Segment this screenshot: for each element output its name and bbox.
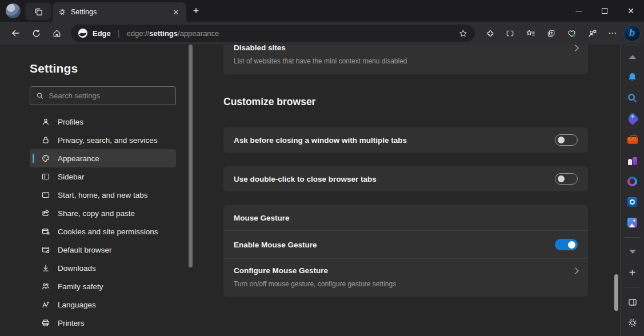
sidebar-item-sidebar[interactable]: Sidebar bbox=[30, 167, 176, 186]
rail-sidebar-panel-button[interactable] bbox=[624, 294, 641, 309]
rail-tools-button[interactable] bbox=[624, 132, 641, 147]
favorite-star-icon[interactable] bbox=[458, 29, 468, 38]
sidebar-item-appearance[interactable]: Appearance bbox=[30, 149, 176, 167]
edge-sidebar-rail: + bbox=[620, 45, 644, 336]
search-icon bbox=[36, 91, 44, 100]
scroll-up-icon bbox=[629, 55, 636, 59]
ask-before-closing-label: Ask before closing a window with multipl… bbox=[234, 136, 407, 145]
sidebar-item-family-safety[interactable]: Family safety bbox=[30, 277, 176, 295]
cookies-permissions-icon bbox=[41, 227, 50, 236]
profile-avatar[interactable] bbox=[6, 3, 21, 18]
sidebar-item-label: Default browser bbox=[58, 246, 112, 254]
chevron-right-icon bbox=[572, 267, 578, 274]
favorites-button[interactable] bbox=[521, 24, 540, 42]
rail-search-button[interactable] bbox=[624, 91, 641, 106]
minimize-button[interactable] bbox=[565, 0, 591, 22]
family-icon bbox=[41, 282, 50, 291]
sidebar-item-label: Privacy, search, and services bbox=[58, 136, 158, 145]
address-bar[interactable]: Edge | edge://settings/appearance bbox=[71, 25, 475, 42]
rail-scroll-up-button[interactable] bbox=[624, 49, 641, 64]
tab-close-icon[interactable]: ✕ bbox=[170, 6, 182, 18]
site-name-label: Edge bbox=[93, 29, 111, 38]
edge-logo-icon bbox=[78, 28, 88, 38]
collections-button[interactable] bbox=[541, 24, 561, 42]
rail-games-button[interactable] bbox=[624, 153, 641, 168]
browser-essentials-icon bbox=[567, 29, 577, 38]
split-screen-button[interactable] bbox=[500, 24, 519, 42]
default-browser-icon bbox=[41, 245, 50, 254]
rail-shopping-button[interactable] bbox=[624, 111, 641, 126]
sidebar-layout-icon bbox=[41, 172, 50, 181]
section-heading: Customize browser bbox=[223, 96, 593, 108]
rail-microsoft-365-button[interactable] bbox=[624, 174, 641, 189]
mouse-gesture-group: Mouse Gesture Enable Mouse Gesture Confi… bbox=[223, 205, 588, 297]
rail-divider bbox=[625, 237, 641, 238]
close-window-icon: ✕ bbox=[627, 7, 634, 15]
sidebar-scrollbar[interactable] bbox=[189, 45, 193, 267]
back-button[interactable] bbox=[6, 24, 25, 42]
sidebar-panel-icon bbox=[627, 297, 638, 307]
back-icon bbox=[10, 28, 21, 38]
copilot-icon: b bbox=[629, 27, 635, 39]
rail-divider bbox=[625, 287, 641, 287]
double-click-close-row: Use double-click to close browser tabs bbox=[223, 166, 588, 191]
close-window-button[interactable]: ✕ bbox=[618, 0, 644, 22]
maximize-button[interactable] bbox=[591, 0, 618, 22]
workspaces-icon bbox=[34, 7, 43, 17]
ask-before-closing-toggle[interactable] bbox=[555, 134, 578, 146]
rail-notifications-button[interactable] bbox=[624, 70, 641, 85]
notifications-bell-icon bbox=[627, 72, 638, 83]
games-chess-icon bbox=[627, 156, 638, 165]
refresh-button[interactable] bbox=[26, 24, 46, 42]
sidebar-item-downloads[interactable]: Downloads bbox=[30, 259, 176, 277]
tab-title: Settings bbox=[71, 8, 166, 16]
refresh-icon bbox=[31, 29, 41, 38]
sidebar-item-label: Appearance bbox=[58, 154, 99, 163]
address-divider: | bbox=[118, 29, 120, 38]
plus-icon: + bbox=[629, 266, 636, 279]
sidebar-item-profiles[interactable]: Profiles bbox=[30, 113, 176, 131]
rail-outlook-button[interactable] bbox=[624, 194, 641, 209]
home-button[interactable] bbox=[47, 24, 66, 42]
main-scrollbar[interactable] bbox=[614, 274, 618, 311]
sidebar-item-label: Profiles bbox=[58, 118, 83, 126]
search-settings-input[interactable] bbox=[49, 91, 170, 100]
minimize-icon bbox=[575, 11, 582, 11]
sidebar-item-start-home-tabs[interactable]: Start, home, and new tabs bbox=[30, 186, 176, 204]
search-settings-box[interactable] bbox=[30, 86, 176, 105]
copilot-button[interactable]: b bbox=[623, 25, 641, 42]
rail-settings-button[interactable] bbox=[624, 315, 641, 330]
outlook-icon bbox=[627, 197, 637, 207]
configure-mouse-gesture-row[interactable]: Configure Mouse Gesture Turn on/off mous… bbox=[223, 259, 588, 297]
disabled-sites-card[interactable]: Disabled sites List of websites that hav… bbox=[223, 45, 588, 74]
workspaces-button[interactable] bbox=[25, 3, 51, 20]
extensions-icon bbox=[485, 29, 494, 38]
scroll-down-icon bbox=[629, 250, 636, 254]
sidebar-item-languages[interactable]: Languages bbox=[30, 295, 176, 314]
microsoft-365-icon bbox=[627, 177, 637, 186]
double-click-close-toggle[interactable] bbox=[555, 173, 578, 185]
mouse-gesture-header-row: Mouse Gesture bbox=[223, 205, 588, 230]
sidebar-item-cookies-permissions[interactable]: Cookies and site permissions bbox=[30, 222, 176, 241]
toggle-knob bbox=[568, 241, 575, 249]
rail-add-button[interactable]: + bbox=[624, 265, 641, 280]
tab-settings[interactable]: Settings ✕ bbox=[53, 2, 186, 22]
enable-mouse-gesture-toggle[interactable] bbox=[555, 239, 578, 250]
shopping-tag-icon bbox=[626, 113, 639, 126]
sidebar-item-privacy[interactable]: Privacy, search, and services bbox=[30, 131, 176, 149]
extensions-button[interactable] bbox=[479, 24, 499, 42]
sidebar-item-default-browser[interactable]: Default browser bbox=[30, 241, 176, 259]
lock-icon bbox=[41, 135, 50, 145]
enable-mouse-gesture-label: Enable Mouse Gesture bbox=[234, 241, 317, 249]
more-menu-button[interactable] bbox=[603, 24, 622, 42]
new-tab-button[interactable]: + bbox=[186, 0, 206, 22]
sidebar-item-printers[interactable]: Printers bbox=[30, 314, 176, 332]
rail-image-creator-button[interactable] bbox=[624, 215, 641, 230]
favorites-icon bbox=[526, 29, 535, 38]
ask-before-closing-row: Ask before closing a window with multipl… bbox=[223, 127, 588, 153]
rail-scroll-down-button[interactable] bbox=[624, 245, 641, 259]
browser-essentials-button[interactable] bbox=[562, 24, 581, 42]
sidebar-item-share-copy-paste[interactable]: Share, copy and paste bbox=[30, 204, 176, 222]
feedback-button[interactable] bbox=[582, 24, 602, 42]
start-home-tabs-icon bbox=[41, 190, 50, 199]
